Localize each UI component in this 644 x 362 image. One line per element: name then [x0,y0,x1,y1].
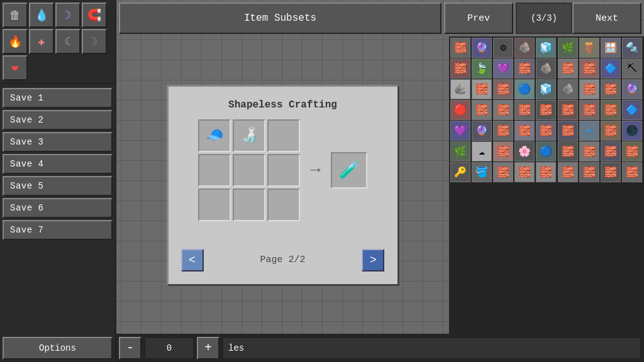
item-cell[interactable]: 🔹 [579,121,599,141]
item-cell[interactable]: 🔮 [472,38,492,58]
item-cell[interactable]: 🧱 [601,162,621,182]
item-cell[interactable]: 🔷 [622,100,642,120]
item-cell[interactable]: 🧱 [579,162,599,182]
item-cell[interactable]: 🧱 [472,100,492,120]
water-icon-btn[interactable]: 💧 [29,3,54,28]
item-cell[interactable]: 🧱 [558,58,578,79]
heart-icon-btn[interactable]: ❤ [3,55,28,80]
save-3-button[interactable]: Save 3 [3,132,113,152]
item-cell[interactable]: 🧱 [514,58,535,79]
crescent2-icon-btn[interactable]: ☽ [82,29,107,54]
plus-icon-btn[interactable]: ✚ [29,29,54,54]
craft-cell-0[interactable]: 🧢 [198,119,231,152]
craft-cell-3[interactable] [198,154,231,187]
item-cell[interactable]: 🧱 [514,100,535,120]
item-cell[interactable]: 🧱 [493,100,513,120]
item-cell[interactable]: 🧱 [450,58,470,79]
search-input[interactable] [222,337,641,359]
item-cell[interactable]: 🌑 [622,121,642,141]
item-cell[interactable]: 🧱 [493,79,513,99]
minus-button[interactable]: - [119,337,142,359]
craft-cell-8[interactable] [267,189,300,221]
item-cell[interactable]: 🔵 [536,141,556,162]
save-4-button[interactable]: Save 4 [3,154,113,174]
item-cell[interactable]: 🧱 [622,162,642,182]
top-icon-row: 🗑 💧 ☽ 🧲 🔥 ✚ ☾ ☽ ❤ [0,0,115,84]
item-cell[interactable]: 🌿 [558,38,578,58]
item-cell[interactable]: 🧱 [558,121,578,141]
craft-cell-4[interactable] [233,154,265,187]
item-cell[interactable]: 🧱 [558,141,578,162]
item-cell[interactable]: 🧱 [558,162,578,182]
fire-icon-btn[interactable]: 🔥 [3,29,28,54]
item-cell[interactable]: 🧱 [514,121,535,141]
item-cell[interactable]: 🧱 [450,38,470,58]
prev-button[interactable]: Prev [444,3,513,34]
craft-cell-1[interactable]: 🍶 [233,119,265,152]
item-cell[interactable]: 🧱 [493,141,513,162]
item-cell[interactable]: 🌿 [450,141,470,162]
item-cell[interactable]: 🔮 [472,121,492,141]
save-button-list: Save 1 Save 2 Save 3 Save 4 Save 5 Save … [0,84,115,334]
item-cell[interactable]: 🧱 [601,79,621,99]
item-cell[interactable]: 🧱 [493,121,513,141]
item-subsets-button[interactable]: Item Subsets [119,3,441,34]
item-cell[interactable]: 🧱 [472,79,492,99]
item-cell[interactable]: 🧱 [579,79,599,99]
craft-cell-6[interactable] [198,189,231,221]
item-cell[interactable]: 🔷 [601,58,621,79]
item-cell[interactable]: 🌸 [514,141,535,162]
crescent-icon-btn[interactable]: ☾ [55,29,80,54]
item-cell[interactable]: 🧱 [601,100,621,120]
item-cell[interactable]: 🧱 [536,121,556,141]
item-cell[interactable]: 🧱 [558,100,578,120]
item-cell[interactable]: 🔑 [450,162,470,182]
magnet-icon-btn[interactable]: 🧲 [82,3,107,28]
craft-cell-7[interactable] [233,189,265,221]
item-cell[interactable]: 🪣 [472,162,492,182]
item-cell[interactable]: 🧱 [536,162,556,182]
item-cell[interactable]: ☁ [472,141,492,162]
save-2-button[interactable]: Save 2 [3,110,113,130]
item-cell[interactable]: 🧱 [579,58,599,79]
craft-cell-2[interactable] [267,119,300,152]
item-cell[interactable]: 🪨 [558,79,578,99]
item-cell[interactable]: 💜 [450,121,470,141]
item-cell[interactable]: 🧱 [579,100,599,120]
item-cell[interactable]: 🔮 [622,79,642,99]
item-cell[interactable]: 🪨 [514,38,535,58]
prev-page-button[interactable]: < [181,249,204,272]
item-cell[interactable]: 🍃 [472,58,492,79]
item-cell[interactable]: 🧱 [493,162,513,182]
item-cell[interactable]: 🧱 [536,100,556,120]
item-cell[interactable]: 🧱 [622,141,642,162]
item-cell[interactable]: 🔴 [450,100,470,120]
next-button[interactable]: Next [572,3,641,34]
result-cell[interactable]: 🧪 [331,152,367,189]
item-cell[interactable]: 💜 [493,58,513,79]
moon-icon-btn[interactable]: ☽ [55,3,80,28]
item-cell[interactable]: 🧊 [536,79,556,99]
item-cell[interactable]: 🧱 [514,162,535,182]
item-cell[interactable]: 🧱 [579,141,599,162]
next-page-button[interactable]: > [362,249,384,272]
item-cell[interactable]: 🪨 [450,79,470,99]
save-5-button[interactable]: Save 5 [3,176,113,196]
item-cell[interactable]: 🪨 [536,58,556,79]
item-cell[interactable]: 🧱 [601,121,621,141]
item-cell[interactable]: 🧊 [536,38,556,58]
item-cell[interactable]: 🔵 [514,79,535,99]
item-cell[interactable]: 🔩 [622,38,642,58]
item-cell[interactable]: 🧱 [601,141,621,162]
item-cell[interactable]: ⚙ [493,38,513,58]
plus-button[interactable]: + [197,337,219,359]
item-cell[interactable]: ⛏ [622,58,642,79]
save-1-button[interactable]: Save 1 [3,88,113,108]
trash-icon-btn[interactable]: 🗑 [3,3,28,28]
item-cell[interactable]: 🪵 [579,38,599,58]
item-cell[interactable]: 🪟 [601,38,621,58]
save-7-button[interactable]: Save 7 [3,220,113,240]
save-6-button[interactable]: Save 6 [3,198,113,218]
craft-cell-5[interactable] [267,154,300,187]
options-button[interactable]: Options [3,337,113,359]
